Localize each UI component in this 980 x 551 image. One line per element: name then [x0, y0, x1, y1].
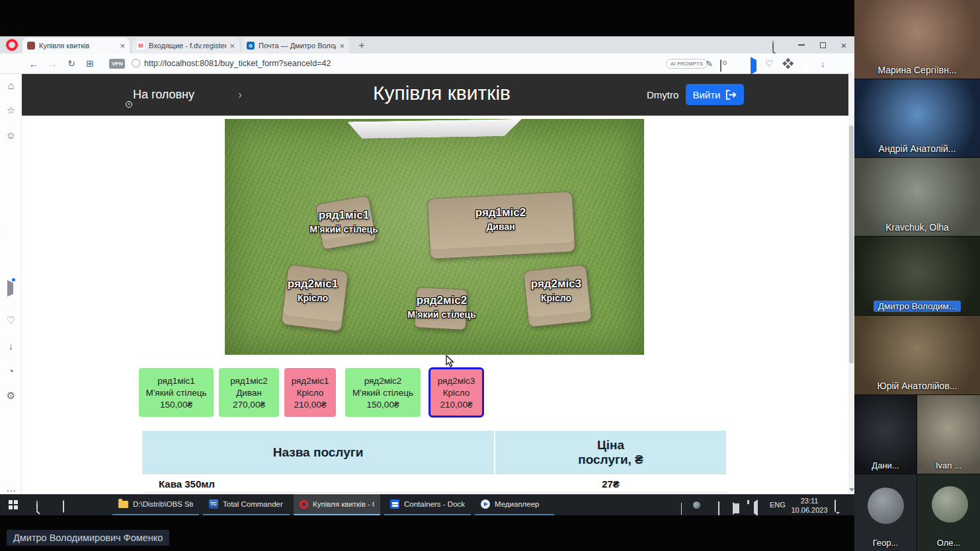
participant-name: Оле... [919, 538, 979, 548]
tray-language-label[interactable]: ENG [770, 494, 786, 515]
extensions-icon[interactable] [784, 59, 792, 67]
taskbar-app-explorer[interactable]: D:\Distrib\OBS Stu... [112, 494, 199, 515]
service-row[interactable]: Кава 350мл 27₴ [142, 476, 726, 493]
tab-close-icon[interactable]: × [120, 41, 125, 51]
window-minimize-button[interactable] [791, 36, 812, 54]
participant-tile[interactable]: Юрій Анатолійов... [854, 316, 980, 394]
taskbar-app-docker[interactable]: Containers - Docker... [384, 494, 471, 515]
call-sidebar: Марина Сергіївн... Андрій Анатолій... Kr… [854, 0, 980, 551]
taskbar-search-icon[interactable] [36, 501, 38, 513]
tab-close-icon[interactable]: × [229, 41, 235, 51]
participant-tile[interactable]: Геор... [854, 474, 917, 551]
seat-type: Крісло [270, 292, 356, 305]
sidebar-flow-icon[interactable] [7, 283, 13, 295]
folder-icon [118, 501, 128, 508]
task-view-icon[interactable] [63, 501, 64, 513]
seat-button[interactable]: ряд1міс2 Диван 270,00₴ [219, 368, 279, 417]
participant-name: Юрій Анатолійов... [856, 381, 979, 391]
send-icon[interactable] [751, 60, 756, 72]
sidebar-downloads-icon[interactable]: ↓ [0, 340, 22, 352]
participant-tile[interactable]: Kravchuk, Olha [854, 158, 980, 236]
taskbar-app-opera-active[interactable]: Купівля квитків - O... [294, 494, 380, 515]
tray-app-icon[interactable] [693, 501, 700, 509]
start-button[interactable] [9, 500, 18, 509]
tray-expand-chevron-icon[interactable] [681, 503, 682, 515]
seat-type: М'який стілець [301, 223, 387, 236]
hall-seat-label: ряд1міс1 М'який стілець [301, 208, 387, 236]
tab-close-icon[interactable]: × [339, 41, 345, 51]
tray-network-icon[interactable] [718, 502, 719, 514]
scrollbar-down-arrow-icon[interactable] [849, 488, 854, 492]
seat-id: ряд1міс2 [230, 376, 268, 386]
seat-id: ряд2міс2 [364, 376, 402, 386]
sidebar-home-icon[interactable]: ⌂ [0, 80, 22, 92]
tray-battery-icon[interactable] [733, 503, 734, 515]
seat-id: ряд2міс2 [394, 293, 489, 309]
seat-id: ряд2міс3 [438, 376, 475, 386]
tab-search-icon[interactable] [772, 41, 774, 53]
seat-button[interactable]: ряд1міс1 М'який стілець 150,00₴ [139, 368, 214, 417]
participant-tile[interactable]: Ivan ... [917, 395, 980, 474]
seat-button[interactable]: ряд2міс1 Крісло 210,00₴ [284, 368, 336, 417]
opera-logo-icon[interactable] [6, 39, 18, 51]
sidebar-favorites-icon[interactable]: ♡ [0, 314, 22, 326]
sidebar-bookmarks-icon[interactable]: ☆ [0, 104, 22, 116]
forward-icon[interactable]: → [46, 54, 58, 74]
taskbar-app-total-commander[interactable]: TC Total Commander (... [203, 494, 290, 515]
tray-time: 23:11 [788, 496, 831, 505]
tab-title: Купівля квитків [39, 42, 116, 50]
site-info-icon[interactable] [132, 59, 140, 67]
presenter-name-tag: Дмитро Володимирович Фоменко [7, 530, 169, 546]
participant-tile[interactable]: Андрій Анатолій... [854, 79, 980, 157]
sidebar-aria-icon[interactable]: ☺ [0, 129, 22, 141]
new-tab-button[interactable]: + [354, 38, 369, 53]
seat-type: М'який стілець [146, 388, 207, 398]
sidebar-settings-gear-icon[interactable]: ⚙ [0, 390, 22, 402]
back-icon[interactable]: ← [28, 54, 40, 74]
participant-tile-active-speaker[interactable]: Дмитро Володим... [854, 237, 980, 315]
scrollbar-thumb[interactable] [849, 126, 854, 363]
mouse-cursor [446, 355, 455, 368]
seat-price: 150,00₴ [160, 400, 192, 410]
address-url[interactable]: http://localhost:8081/buy_ticket_form?se… [144, 54, 331, 74]
tab-favicon [27, 42, 35, 50]
snapshot-icon[interactable] [720, 60, 721, 72]
window-maximize-button[interactable] [812, 36, 833, 54]
participant-tile[interactable]: Оле... [917, 474, 980, 551]
seat-price: 210,00₴ [440, 400, 473, 410]
participant-name: Ivan ... [919, 460, 979, 470]
participant-tile[interactable]: Дани... [854, 395, 917, 474]
ai-prompts-button[interactable]: AI PROMPTS [666, 59, 708, 69]
tab-outlook[interactable]: o Почта — Дмитро Володи × [242, 38, 349, 54]
speed-dial-icon[interactable]: ⊞ [84, 54, 96, 74]
seat-button-selected[interactable]: ряд2міс3 Крісло 210,00₴ [429, 367, 484, 418]
seat-button[interactable]: ряд2міс2 М'який стілець 150,00₴ [345, 368, 421, 417]
tab-tickets[interactable]: Купівля квитків × [22, 38, 130, 54]
edit-icon[interactable]: ✎ [706, 54, 713, 74]
tab-title: Входящие - f.dv.register@ [149, 42, 226, 50]
seat-type: Крісло [443, 388, 470, 398]
window-close-button[interactable]: × [833, 36, 854, 54]
tray-clock[interactable]: 23:11 10.06.2023 [788, 496, 831, 515]
favorites-heart-icon[interactable]: ♡ [765, 54, 774, 74]
participant-tile[interactable]: Марина Сергіївн... [854, 0, 980, 79]
reload-icon[interactable]: ↻ [65, 54, 77, 74]
service-price: 27₴ [495, 476, 726, 493]
taskbar-app-label: Купівля квитків - O... [313, 500, 374, 508]
logout-icon [725, 90, 737, 100]
action-center-icon[interactable] [835, 500, 836, 512]
opera-icon [300, 500, 308, 509]
tray-volume-icon[interactable] [754, 502, 758, 514]
seat-type: Диван [458, 221, 544, 233]
vpn-badge[interactable]: VPN [109, 59, 125, 69]
sidebar-history-icon[interactable]: ◔ [0, 365, 22, 377]
taskbar-app-label: D:\Distrib\OBS Stu... [133, 500, 193, 508]
column-header-label: послуги, ₴ [578, 453, 643, 467]
seat-type: Крісло [513, 292, 599, 305]
participant-name: Дмитро Володим... [856, 301, 979, 312]
column-header-label: Назва послуги [273, 445, 364, 460]
tab-gmail[interactable]: M Входящие - f.dv.register@ × [132, 38, 239, 54]
participant-name: Kravchuk, Olha [856, 222, 979, 233]
taskbar-app-media-player[interactable]: Медиаплеер [475, 494, 554, 515]
logout-button[interactable]: Вийти [686, 84, 744, 105]
